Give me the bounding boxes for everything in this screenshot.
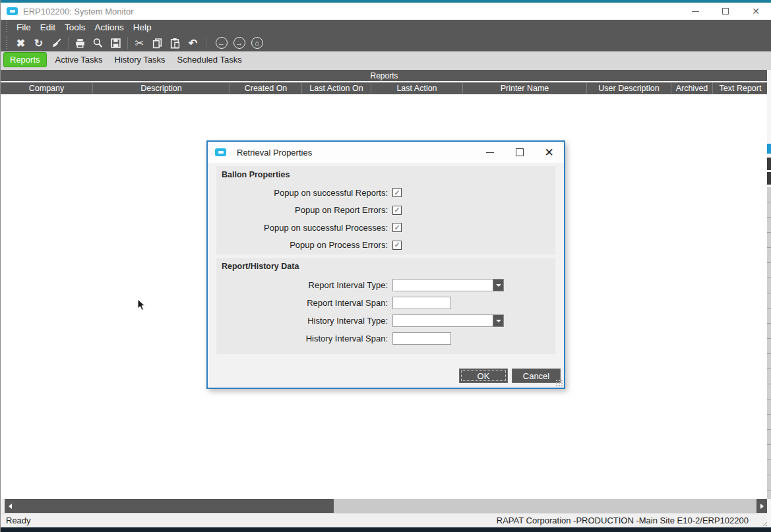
popup-successful-processes-checkbox[interactable]: ✓: [392, 223, 402, 232]
print-icon[interactable]: [71, 35, 89, 51]
tab-scheduled-tasks[interactable]: Scheduled Tasks: [171, 53, 248, 67]
dialog-minimize-button[interactable]: [475, 142, 505, 163]
popup-process-errors-checkbox[interactable]: ✓: [392, 241, 402, 250]
column-header-created-on[interactable]: Created On: [230, 82, 302, 94]
column-header-company[interactable]: Company: [1, 82, 93, 94]
maximize-icon: [722, 8, 729, 15]
menu-actions[interactable]: Actions: [90, 21, 129, 34]
field-label: History Interval Type:: [222, 316, 388, 326]
column-header-text-report[interactable]: Text Report: [713, 82, 768, 94]
popup-report-errors-checkbox[interactable]: ✓: [392, 206, 402, 215]
home-icon[interactable]: ⌂: [248, 35, 266, 51]
horizontal-scrollbar[interactable]: [1, 499, 768, 513]
checkbox-row: Popup on successful Reports: ✓: [222, 184, 550, 202]
checkbox-row: Popup on Report Errors: ✓: [222, 202, 550, 220]
close-icon: ✕: [752, 6, 760, 16]
dialog-maximize-button[interactable]: [505, 142, 534, 163]
history-interval-type-combo: [392, 314, 504, 327]
dialog-title-bar[interactable]: Retrieval Properties ✕: [208, 142, 564, 163]
history-interval-type-dropdown-button[interactable]: [493, 314, 504, 327]
cut-icon[interactable]: ✂: [131, 35, 148, 51]
table-group-header: Reports: [1, 70, 768, 81]
close-icon: ✕: [544, 146, 553, 160]
retrieval-properties-dialog: Retrieval Properties ✕ Ballon Properties…: [206, 140, 565, 389]
report-interval-type-dropdown-button[interactable]: [493, 279, 504, 291]
print-preview-icon[interactable]: [89, 35, 107, 51]
checkbox-label: Popup on successful Reports:: [222, 188, 388, 198]
history-interval-type-field[interactable]: [392, 314, 493, 327]
menubar-grip[interactable]: [5, 21, 9, 32]
undo-icon[interactable]: ↶: [184, 35, 202, 51]
edge-dark-block: [767, 172, 771, 185]
status-company-info: RAPAT Corporation -PRODUCTION -Main Site…: [497, 516, 749, 525]
field-label: History Interval Span:: [222, 334, 388, 343]
forward-icon[interactable]: →: [230, 35, 248, 51]
tab-reports[interactable]: Reports: [3, 52, 47, 67]
menu-edit[interactable]: Edit: [36, 21, 60, 34]
toolbar-grip[interactable]: [5, 36, 9, 49]
scroll-left-icon: [9, 504, 12, 509]
checkbox-row: Popup on Process Errors: ✓: [222, 237, 550, 254]
table-column-header-row: Company Description Created On Last Acti…: [1, 82, 768, 94]
field-rows: Report Interval Type: Report Interval Sp…: [222, 276, 550, 347]
column-header-last-action-on[interactable]: Last Action On: [302, 82, 371, 94]
minimize-button[interactable]: [680, 3, 710, 20]
back-icon[interactable]: ←: [212, 35, 230, 51]
menu-tools[interactable]: Tools: [60, 21, 90, 34]
tab-history-tasks[interactable]: History Tasks: [109, 53, 171, 67]
column-header-printer-name[interactable]: Printer Name: [463, 82, 587, 94]
dialog-resize-grip[interactable]: [555, 379, 563, 386]
toolbar-group-grip[interactable]: [204, 37, 208, 49]
cancel-button[interactable]: Cancel: [512, 369, 561, 383]
paste-icon[interactable]: [166, 35, 184, 51]
checkbox-row: Popup on successful Processes: ✓: [222, 219, 550, 237]
tab-active-tasks[interactable]: Active Tasks: [49, 53, 109, 67]
right-edge-strip: [767, 70, 771, 527]
refresh-icon[interactable]: ↻: [30, 35, 47, 51]
column-header-description[interactable]: Description: [93, 82, 230, 94]
field-row: History Interval Type:: [222, 312, 550, 330]
app-logo-icon: [7, 7, 18, 15]
edge-cyan-block: [767, 144, 771, 154]
close-button[interactable]: ✕: [741, 3, 771, 20]
field-row: Report Interval Span:: [222, 294, 550, 312]
menu-file[interactable]: File: [12, 21, 36, 34]
edge-dark-block: [767, 158, 771, 170]
column-header-last-action[interactable]: Last Action: [371, 82, 463, 94]
scroll-right-button[interactable]: [756, 499, 768, 513]
chevron-down-icon: [496, 284, 501, 287]
section-title: Report/History Data: [222, 262, 550, 271]
cancel-icon[interactable]: ✖: [12, 35, 30, 51]
column-header-user-description[interactable]: User Description: [587, 82, 671, 94]
checkbox-label: Popup on successful Processes:: [222, 223, 388, 233]
field-row: History Interval Span:: [222, 330, 550, 347]
section-title: Ballon Properties: [222, 170, 550, 179]
clear-icon[interactable]: [47, 35, 65, 51]
popup-successful-reports-checkbox[interactable]: ✓: [392, 188, 402, 197]
report-interval-type-field[interactable]: [392, 279, 493, 291]
status-bar: Ready RAPAT Corporation -PRODUCTION -Mai…: [1, 513, 771, 527]
checkbox-label: Popup on Process Errors:: [222, 240, 388, 250]
toolbar-separator: [127, 37, 128, 49]
history-interval-span-field[interactable]: [392, 332, 451, 345]
dialog-close-button[interactable]: ✕: [534, 142, 564, 163]
window-controls: ✕: [680, 3, 771, 20]
scrollbar-thumb[interactable]: [16, 499, 334, 513]
menu-help[interactable]: Help: [129, 21, 156, 34]
scroll-left-button[interactable]: [5, 499, 16, 513]
maximize-button[interactable]: [710, 3, 741, 20]
save-icon[interactable]: [107, 35, 125, 51]
window-title: ERP102200: System Monitor: [23, 7, 134, 16]
check-icon: ✓: [394, 223, 400, 232]
report-history-data-section: Report/History Data Report Interval Type…: [216, 258, 555, 354]
report-interval-span-field[interactable]: [392, 297, 451, 309]
status-text: Ready: [6, 516, 31, 525]
column-header-archived[interactable]: Archived: [671, 82, 713, 94]
report-interval-type-combo: [392, 279, 504, 291]
field-label: Report Interval Type:: [222, 280, 388, 290]
ok-button[interactable]: OK: [459, 369, 508, 383]
copy-icon[interactable]: [148, 35, 166, 51]
maximize-icon: [516, 148, 524, 156]
field-row: Report Interval Type:: [222, 276, 550, 294]
chevron-down-icon: [496, 320, 501, 322]
